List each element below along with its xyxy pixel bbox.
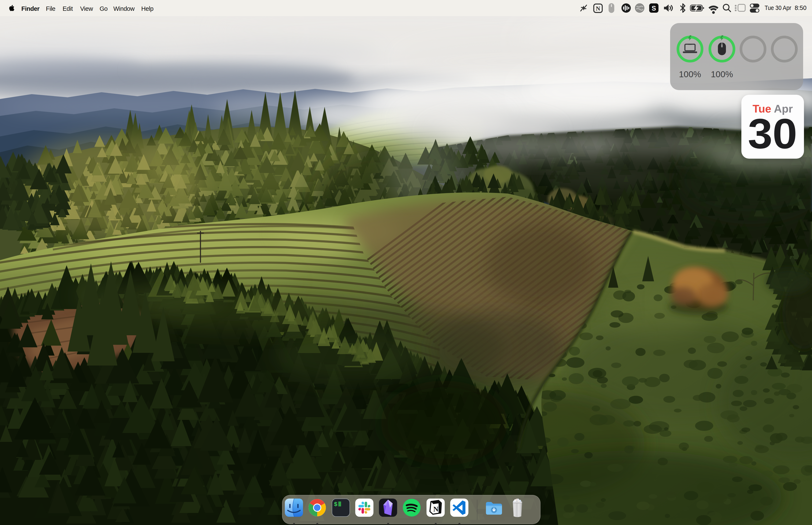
svg-text:100%: 100%	[711, 70, 733, 79]
svg-text:8:50: 8:50	[795, 4, 807, 11]
svg-text:Tue 30 Apr: Tue 30 Apr	[765, 4, 791, 11]
svg-text:$: $	[334, 501, 337, 508]
svg-text:100%: 100%	[679, 70, 701, 79]
svg-text:N: N	[433, 505, 439, 513]
svg-text:S: S	[652, 5, 656, 12]
svg-text:N: N	[596, 5, 600, 12]
